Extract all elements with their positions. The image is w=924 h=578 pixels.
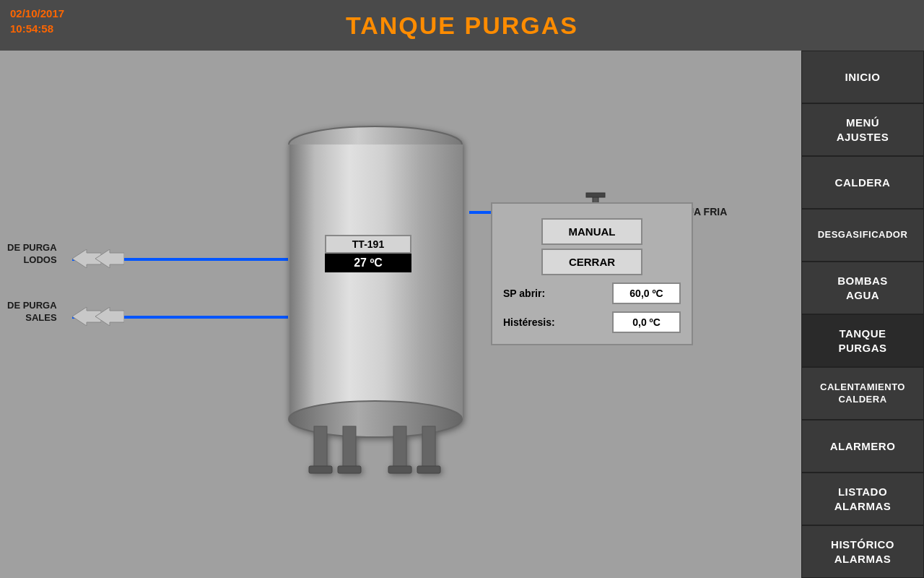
sidebar-btn-menu-ajustes[interactable]: MENÚ AJUSTES bbox=[801, 103, 924, 156]
sidebar-btn-historico-alarmas[interactable]: HISTÓRICO ALARMAS bbox=[801, 525, 924, 578]
page-title: TANQUE PURGAS bbox=[346, 12, 578, 40]
svg-rect-22 bbox=[388, 466, 411, 473]
temp-sensor-label: TT-191 bbox=[325, 235, 411, 254]
sidebar-btn-tanque-purgas[interactable]: TANQUE PURGAS bbox=[801, 314, 924, 367]
sidebar-btn-bombas-agua[interactable]: BOMBAS AGUA bbox=[801, 262, 924, 314]
histeresis-value: 0,0 ºC bbox=[612, 311, 681, 333]
svg-marker-2 bbox=[95, 249, 124, 268]
sidebar-btn-calentamiento-caldera[interactable]: CALENTAMIENTO CALDERA bbox=[801, 367, 924, 420]
sidebar: INICIO MENÚ AJUSTES CALDERA DESGASIFICAD… bbox=[801, 51, 924, 578]
control-panel: MANUAL CERRAR SP abrir: 60,0 ºC Histéres… bbox=[491, 202, 693, 345]
purga-lodos-arrow2 bbox=[95, 249, 124, 268]
svg-rect-20 bbox=[309, 466, 332, 473]
temp-value: 27 ºC bbox=[325, 254, 411, 272]
content-area: DE PURGA LODOS DE PURGA SALES bbox=[0, 51, 801, 578]
histeresis-label: Histéresis: bbox=[503, 316, 612, 328]
manual-button[interactable]: MANUAL bbox=[541, 218, 642, 245]
sp-abrir-row: SP abrir: 60,0 ºC bbox=[503, 282, 681, 304]
temperature-display: TT-191 27 ºC bbox=[325, 235, 411, 272]
sidebar-btn-alarmero[interactable]: ALARMERO bbox=[801, 420, 924, 473]
sidebar-btn-caldera[interactable]: CALDERA bbox=[801, 156, 924, 209]
svg-rect-17 bbox=[343, 426, 356, 470]
purga-sales-label: DE PURGA SALES bbox=[7, 300, 57, 324]
main-area: DE PURGA LODOS DE PURGA SALES bbox=[0, 51, 924, 578]
svg-rect-12 bbox=[289, 144, 462, 419]
svg-rect-9 bbox=[586, 193, 605, 197]
svg-rect-21 bbox=[338, 466, 361, 473]
header: 02/10/2017 10:54:58 TANQUE PURGAS bbox=[0, 0, 924, 51]
tank-svg bbox=[274, 108, 476, 477]
svg-rect-16 bbox=[314, 426, 327, 470]
svg-rect-23 bbox=[417, 466, 440, 473]
date-text: 02/10/2017 bbox=[10, 6, 64, 21]
sidebar-btn-desgasificador[interactable]: DESGASIFICADOR bbox=[801, 209, 924, 262]
sp-abrir-value: 60,0 ºC bbox=[612, 282, 681, 304]
svg-rect-18 bbox=[393, 426, 406, 470]
time-text: 10:54:58 bbox=[10, 21, 64, 36]
sidebar-btn-inicio[interactable]: INICIO bbox=[801, 51, 924, 103]
purga-sales-arrow2 bbox=[95, 307, 124, 326]
histeresis-row: Histéresis: 0,0 ºC bbox=[503, 311, 681, 333]
cerrar-button[interactable]: CERRAR bbox=[541, 249, 642, 275]
svg-marker-4 bbox=[95, 307, 124, 326]
svg-rect-19 bbox=[422, 426, 435, 470]
sidebar-btn-listado-alarmas[interactable]: LISTADO ALARMAS bbox=[801, 473, 924, 525]
purga-lodos-label: DE PURGA LODOS bbox=[7, 242, 57, 267]
sp-abrir-label: SP abrir: bbox=[503, 288, 612, 299]
datetime-display: 02/10/2017 10:54:58 bbox=[10, 6, 64, 36]
